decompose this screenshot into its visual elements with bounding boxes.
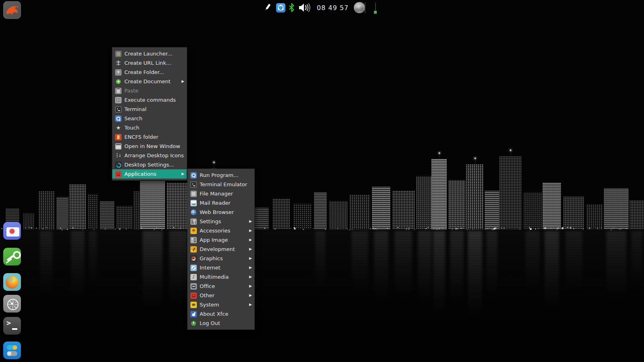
- building: [56, 197, 68, 229]
- wallpaper-water: [0, 229, 644, 362]
- beacon-light: [439, 152, 440, 154]
- mail-reader-icon: [190, 200, 197, 206]
- menu-item-arrange-desktop-icons[interactable]: Arrange Desktop Icons: [112, 151, 187, 160]
- antenna: [439, 153, 440, 159]
- menu-item-development[interactable]: Development▶: [188, 245, 254, 254]
- menu-item-open-in-new-window[interactable]: Open in New Window: [112, 142, 187, 151]
- menu-item-office[interactable]: Office▶: [188, 282, 254, 291]
- menu-item-search[interactable]: Search: [112, 114, 187, 123]
- volume-icon[interactable]: [298, 2, 312, 13]
- create-url-link-icon: [115, 60, 122, 66]
- menu-item-encfs-folder[interactable]: ENCFS folder: [112, 132, 187, 142]
- dolphin-launcher-icon[interactable]: [3, 1, 21, 19]
- menu-item-label: Accessories: [200, 228, 246, 234]
- office-icon: [190, 283, 197, 290]
- terminal-icon: [115, 106, 122, 113]
- building: [293, 204, 312, 229]
- multimedia-icon: [190, 274, 197, 280]
- menu-item-desktop-settings[interactable]: Desktop Settings...: [112, 160, 187, 169]
- menu-item-create-url-link[interactable]: Create URL Link...: [112, 58, 187, 68]
- menu-item-terminal-emulator[interactable]: Terminal Emulator: [188, 180, 254, 189]
- beacon-light: [475, 158, 476, 159]
- web-browser-icon: [190, 209, 197, 216]
- menu-item-label: Terminal: [124, 106, 184, 112]
- menu-item-label: Execute commands: [124, 97, 184, 103]
- menu-item-run-program[interactable]: Run Program...: [188, 171, 254, 180]
- menu-item-label: Settings: [200, 218, 246, 224]
- log-out-icon: [190, 320, 197, 327]
- menu-item-touch[interactable]: Touch: [112, 123, 187, 132]
- building: [630, 200, 644, 229]
- menu-item-file-manager[interactable]: File Manager: [188, 189, 254, 198]
- execute-commands-icon: [115, 97, 122, 103]
- submenu-arrow-icon: ▶: [249, 266, 252, 269]
- moon-phase-icon[interactable]: [354, 2, 365, 13]
- shortcut-settings-toggles-icon[interactable]: [3, 341, 21, 359]
- touch-star-icon: [115, 125, 122, 131]
- menu-item-system[interactable]: System▶: [188, 300, 254, 309]
- menu-item-web-browser[interactable]: Web Browser: [188, 208, 254, 217]
- menu-item-label: About Xfce: [200, 311, 252, 317]
- menu-item-create-document[interactable]: Create Document▶: [112, 77, 187, 86]
- menu-item-create-launcher[interactable]: Create Launcher...: [112, 49, 187, 58]
- clock[interactable]: 08 49 57: [315, 4, 350, 12]
- submenu-arrow-icon: ▶: [249, 303, 252, 306]
- beacon-light: [213, 162, 215, 163]
- building: [543, 183, 561, 229]
- encfs-folder-icon: [115, 134, 122, 140]
- shortcut-firefox-icon[interactable]: [3, 273, 21, 291]
- shortcut-terminal-icon[interactable]: [3, 317, 21, 335]
- system-tray: 08 49 57: [264, 0, 365, 15]
- menu-item-label: Graphics: [200, 255, 246, 261]
- building: [329, 201, 348, 229]
- workspace-indicator-dot: [374, 11, 377, 14]
- building: [349, 195, 370, 229]
- menu-item-label: Other: [200, 292, 246, 298]
- building: [100, 201, 114, 229]
- shortcut-camera-icon[interactable]: [3, 222, 21, 240]
- development-icon: [190, 246, 197, 253]
- menu-item-graphics[interactable]: Graphics▶: [188, 254, 254, 263]
- about-xfce-icon: [190, 311, 197, 317]
- menu-item-paste[interactable]: Paste: [112, 86, 187, 95]
- menu-item-log-out[interactable]: Log Out: [188, 319, 254, 328]
- run-program-icon: [190, 172, 197, 179]
- bluetooth-icon[interactable]: [289, 3, 294, 12]
- submenu-arrow-icon: ▶: [249, 229, 252, 232]
- building: [392, 191, 415, 229]
- search-icon: [115, 115, 122, 122]
- building: [586, 204, 603, 229]
- menu-item-other[interactable]: Other▶: [188, 291, 254, 300]
- menu-item-label: Mail Reader: [200, 200, 252, 206]
- internet-icon: [190, 265, 197, 271]
- building: [140, 180, 165, 229]
- shortcut-key-icon[interactable]: [3, 248, 21, 265]
- menu-item-label: App Image: [200, 237, 246, 243]
- building: [69, 184, 86, 229]
- wallpaper: [0, 0, 644, 362]
- other-icon: [190, 292, 197, 299]
- menu-item-applications[interactable]: Applications▶: [112, 169, 187, 179]
- menu-item-settings[interactable]: Settings▶: [188, 217, 254, 226]
- menu-item-label: Create Launcher...: [124, 51, 184, 57]
- menu-item-execute-commands[interactable]: Execute commands: [112, 95, 187, 105]
- menu-item-label: Arrange Desktop Icons: [124, 152, 184, 158]
- menu-item-internet[interactable]: Internet▶: [188, 263, 254, 272]
- network-share-icon[interactable]: [276, 3, 285, 12]
- antenna: [510, 150, 511, 156]
- arrange-icons-icon: [115, 152, 122, 159]
- stylus-icon[interactable]: [264, 3, 272, 12]
- submenu-arrow-icon: ▶: [182, 80, 184, 83]
- antenna: [475, 158, 476, 164]
- menu-item-terminal[interactable]: Terminal: [112, 105, 187, 114]
- wallpaper-waterline-lights: [0, 227, 0, 228]
- menu-item-create-folder[interactable]: Create Folder...: [112, 68, 187, 77]
- create-launcher-icon: [115, 51, 122, 57]
- menu-item-mail-reader[interactable]: Mail Reader: [188, 198, 254, 208]
- building: [273, 199, 290, 229]
- shortcut-kubernetes-icon[interactable]: [3, 295, 21, 313]
- menu-item-about-xfce[interactable]: About Xfce: [188, 309, 254, 319]
- menu-item-accessories[interactable]: Accessories▶: [188, 226, 254, 235]
- menu-item-multimedia[interactable]: Multimedia▶: [188, 272, 254, 282]
- menu-item-app-image[interactable]: App Image▶: [188, 235, 254, 245]
